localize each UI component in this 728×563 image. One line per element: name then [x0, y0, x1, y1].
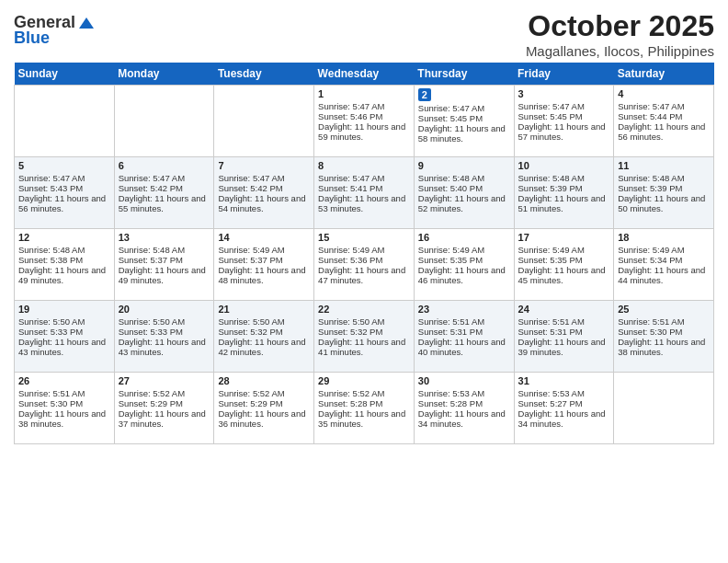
sunrise-text: Sunrise: 5:49 AM — [318, 245, 410, 255]
daylight-text: Daylight: 11 hours and 55 minutes. — [119, 193, 210, 213]
sunrise-text: Sunrise: 5:47 AM — [318, 173, 410, 183]
calendar-week-row: 26Sunrise: 5:51 AMSunset: 5:30 PMDayligh… — [15, 373, 714, 444]
calendar-cell: 17Sunrise: 5:49 AMSunset: 5:35 PMDayligh… — [514, 229, 614, 301]
daylight-text: Daylight: 11 hours and 50 minutes. — [618, 193, 710, 213]
sunrise-text: Sunrise: 5:49 AM — [218, 245, 310, 255]
calendar-cell: 13Sunrise: 5:48 AMSunset: 5:37 PMDayligh… — [114, 229, 214, 301]
day-number: 30 — [418, 375, 510, 386]
day-number: 9 — [418, 160, 510, 171]
calendar-cell — [214, 86, 314, 157]
sunrise-text: Sunrise: 5:51 AM — [518, 316, 610, 327]
daylight-text: Daylight: 11 hours and 43 minutes. — [18, 337, 110, 357]
calendar-cell: 26Sunrise: 5:51 AMSunset: 5:30 PMDayligh… — [15, 373, 115, 444]
sunset-text: Sunset: 5:34 PM — [618, 255, 710, 265]
daylight-text: Daylight: 11 hours and 44 minutes. — [618, 265, 710, 285]
day-number: 10 — [518, 160, 610, 171]
sunset-text: Sunset: 5:29 PM — [119, 398, 210, 408]
calendar-week-row: 19Sunrise: 5:50 AMSunset: 5:33 PMDayligh… — [15, 301, 714, 373]
daylight-text: Daylight: 11 hours and 34 minutes. — [418, 408, 510, 429]
day-number: 29 — [318, 375, 410, 386]
sunset-text: Sunset: 5:42 PM — [119, 183, 210, 193]
calendar-cell: 12Sunrise: 5:48 AMSunset: 5:38 PMDayligh… — [15, 229, 115, 301]
sunrise-text: Sunrise: 5:47 AM — [618, 101, 710, 111]
sunset-text: Sunset: 5:32 PM — [318, 327, 410, 337]
sunset-text: Sunset: 5:45 PM — [418, 113, 510, 123]
daylight-text: Daylight: 11 hours and 49 minutes. — [119, 265, 210, 285]
day-number: 5 — [18, 160, 110, 171]
sunrise-text: Sunrise: 5:47 AM — [18, 173, 110, 183]
day-number: 1 — [318, 88, 410, 99]
calendar-cell: 16Sunrise: 5:49 AMSunset: 5:35 PMDayligh… — [414, 229, 514, 301]
logo-blue: Blue — [14, 29, 50, 48]
sunset-text: Sunset: 5:31 PM — [418, 327, 510, 337]
logo: General Blue — [14, 13, 96, 48]
sunset-text: Sunset: 5:38 PM — [18, 255, 110, 265]
day-number: 12 — [18, 232, 110, 243]
daylight-text: Daylight: 11 hours and 40 minutes. — [418, 337, 510, 357]
day-number: 2 — [418, 88, 431, 101]
calendar-cell — [114, 86, 214, 157]
calendar-cell: 3Sunrise: 5:47 AMSunset: 5:45 PMDaylight… — [514, 86, 614, 157]
calendar-cell: 6Sunrise: 5:47 AMSunset: 5:42 PMDaylight… — [114, 157, 214, 229]
day-number: 19 — [18, 304, 110, 315]
calendar-cell: 4Sunrise: 5:47 AMSunset: 5:44 PMDaylight… — [614, 86, 714, 157]
daylight-text: Daylight: 11 hours and 45 minutes. — [518, 265, 610, 285]
daylight-text: Daylight: 11 hours and 41 minutes. — [318, 337, 410, 357]
calendar-week-row: 12Sunrise: 5:48 AMSunset: 5:38 PMDayligh… — [15, 229, 714, 301]
daylight-text: Daylight: 11 hours and 57 minutes. — [518, 121, 610, 142]
day-number: 13 — [119, 232, 210, 243]
day-number: 21 — [218, 304, 310, 315]
sunset-text: Sunset: 5:31 PM — [518, 327, 610, 337]
calendar-cell: 21Sunrise: 5:50 AMSunset: 5:32 PMDayligh… — [214, 301, 314, 373]
daylight-text: Daylight: 11 hours and 58 minutes. — [418, 123, 510, 144]
day-number: 23 — [418, 304, 510, 315]
sunset-text: Sunset: 5:40 PM — [418, 183, 510, 193]
sunrise-text: Sunrise: 5:53 AM — [518, 388, 610, 398]
header: General Blue October 2025 Magallanes, Il… — [14, 9, 714, 59]
sunrise-text: Sunrise: 5:50 AM — [119, 316, 210, 327]
daylight-text: Daylight: 11 hours and 49 minutes. — [18, 265, 110, 285]
sunset-text: Sunset: 5:32 PM — [218, 327, 310, 337]
weekday-header-thursday: Thursday — [414, 63, 514, 86]
sunset-text: Sunset: 5:36 PM — [318, 255, 410, 265]
sunrise-text: Sunrise: 5:51 AM — [618, 316, 710, 327]
daylight-text: Daylight: 11 hours and 38 minutes. — [18, 408, 110, 429]
calendar-cell: 5Sunrise: 5:47 AMSunset: 5:43 PMDaylight… — [15, 157, 115, 229]
day-number: 14 — [218, 232, 310, 243]
sunset-text: Sunset: 5:33 PM — [18, 327, 110, 337]
daylight-text: Daylight: 11 hours and 43 minutes. — [119, 337, 210, 357]
daylight-text: Daylight: 11 hours and 46 minutes. — [418, 265, 510, 285]
sunset-text: Sunset: 5:45 PM — [518, 111, 610, 121]
daylight-text: Daylight: 11 hours and 37 minutes. — [119, 408, 210, 429]
calendar-cell: 11Sunrise: 5:48 AMSunset: 5:39 PMDayligh… — [614, 157, 714, 229]
calendar-cell: 2Sunrise: 5:47 AMSunset: 5:45 PMDaylight… — [414, 86, 514, 157]
calendar-table: SundayMondayTuesdayWednesdayThursdayFrid… — [14, 63, 714, 444]
daylight-text: Daylight: 11 hours and 39 minutes. — [518, 337, 610, 357]
calendar-cell: 22Sunrise: 5:50 AMSunset: 5:32 PMDayligh… — [314, 301, 415, 373]
calendar-cell: 1Sunrise: 5:47 AMSunset: 5:46 PMDaylight… — [314, 86, 415, 157]
calendar-cell: 24Sunrise: 5:51 AMSunset: 5:31 PMDayligh… — [514, 301, 614, 373]
calendar-cell: 28Sunrise: 5:52 AMSunset: 5:29 PMDayligh… — [214, 373, 314, 444]
sunrise-text: Sunrise: 5:52 AM — [318, 388, 410, 398]
sunrise-text: Sunrise: 5:48 AM — [119, 245, 210, 255]
day-number: 11 — [618, 160, 710, 171]
day-number: 18 — [618, 232, 710, 243]
calendar-cell: 19Sunrise: 5:50 AMSunset: 5:33 PMDayligh… — [15, 301, 115, 373]
sunrise-text: Sunrise: 5:47 AM — [218, 173, 310, 183]
sunset-text: Sunset: 5:33 PM — [119, 327, 210, 337]
weekday-header-tuesday: Tuesday — [214, 63, 314, 86]
weekday-header-monday: Monday — [114, 63, 214, 86]
daylight-text: Daylight: 11 hours and 34 minutes. — [518, 408, 610, 429]
sunset-text: Sunset: 5:42 PM — [218, 183, 310, 193]
sunrise-text: Sunrise: 5:53 AM — [418, 388, 510, 398]
sunset-text: Sunset: 5:35 PM — [518, 255, 610, 265]
title-block: October 2025 Magallanes, Ilocos, Philipp… — [526, 9, 714, 59]
sunrise-text: Sunrise: 5:52 AM — [119, 388, 210, 398]
daylight-text: Daylight: 11 hours and 36 minutes. — [218, 408, 310, 429]
day-number: 22 — [318, 304, 410, 315]
daylight-text: Daylight: 11 hours and 47 minutes. — [318, 265, 410, 285]
sunrise-text: Sunrise: 5:48 AM — [518, 173, 610, 183]
calendar-cell: 7Sunrise: 5:47 AMSunset: 5:42 PMDaylight… — [214, 157, 314, 229]
sunrise-text: Sunrise: 5:47 AM — [318, 101, 410, 111]
daylight-text: Daylight: 11 hours and 42 minutes. — [218, 337, 310, 357]
